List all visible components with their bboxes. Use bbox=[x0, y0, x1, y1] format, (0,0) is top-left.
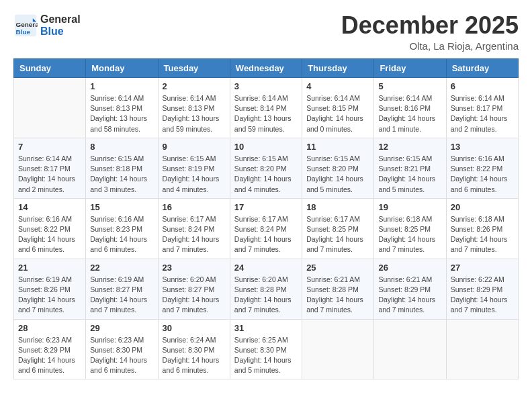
day-number: 9 bbox=[163, 142, 226, 152]
column-header-tuesday: Tuesday bbox=[158, 59, 230, 78]
calendar-cell: 3Sunrise: 6:14 AM Sunset: 8:14 PM Daylig… bbox=[230, 78, 302, 138]
day-number: 16 bbox=[163, 202, 226, 212]
calendar-week-row: 21Sunrise: 6:19 AM Sunset: 8:26 PM Dayli… bbox=[14, 259, 519, 319]
title-block: December 2025 Olta, La Rioja, Argentina bbox=[341, 13, 519, 52]
day-number: 6 bbox=[451, 81, 514, 91]
column-header-sunday: Sunday bbox=[14, 59, 86, 78]
day-number: 2 bbox=[163, 81, 226, 91]
day-number: 28 bbox=[18, 323, 81, 333]
calendar-table: SundayMondayTuesdayWednesdayThursdayFrid… bbox=[13, 58, 519, 379]
day-number: 22 bbox=[90, 263, 153, 273]
day-info: Sunrise: 6:18 AM Sunset: 8:25 PM Dayligh… bbox=[378, 214, 441, 255]
calendar-cell: 1Sunrise: 6:14 AM Sunset: 8:13 PM Daylig… bbox=[86, 78, 158, 138]
calendar-cell: 12Sunrise: 6:15 AM Sunset: 8:21 PM Dayli… bbox=[374, 138, 446, 198]
calendar-cell: 4Sunrise: 6:14 AM Sunset: 8:15 PM Daylig… bbox=[302, 78, 374, 138]
location-subtitle: Olta, La Rioja, Argentina bbox=[341, 40, 519, 52]
day-info: Sunrise: 6:18 AM Sunset: 8:26 PM Dayligh… bbox=[451, 214, 514, 255]
day-info: Sunrise: 6:15 AM Sunset: 8:18 PM Dayligh… bbox=[90, 154, 153, 195]
logo-blue: Blue bbox=[40, 26, 81, 38]
day-info: Sunrise: 6:23 AM Sunset: 8:29 PM Dayligh… bbox=[18, 335, 81, 376]
day-info: Sunrise: 6:16 AM Sunset: 8:23 PM Dayligh… bbox=[90, 214, 153, 255]
day-number: 26 bbox=[378, 263, 441, 273]
day-info: Sunrise: 6:25 AM Sunset: 8:30 PM Dayligh… bbox=[234, 335, 298, 376]
day-info: Sunrise: 6:22 AM Sunset: 8:29 PM Dayligh… bbox=[451, 275, 514, 316]
day-number: 5 bbox=[378, 81, 441, 91]
calendar-cell bbox=[446, 319, 518, 379]
day-number: 14 bbox=[18, 202, 81, 212]
day-number: 17 bbox=[234, 202, 298, 212]
day-number: 20 bbox=[451, 202, 514, 212]
calendar-cell: 6Sunrise: 6:14 AM Sunset: 8:17 PM Daylig… bbox=[446, 78, 518, 138]
calendar-cell: 5Sunrise: 6:14 AM Sunset: 8:16 PM Daylig… bbox=[374, 78, 446, 138]
day-number: 7 bbox=[18, 142, 81, 152]
calendar-cell bbox=[302, 319, 374, 379]
day-number: 13 bbox=[451, 142, 514, 152]
calendar-cell: 22Sunrise: 6:19 AM Sunset: 8:27 PM Dayli… bbox=[86, 259, 158, 319]
calendar-cell: 11Sunrise: 6:15 AM Sunset: 8:20 PM Dayli… bbox=[302, 138, 374, 198]
column-header-saturday: Saturday bbox=[446, 59, 518, 78]
day-info: Sunrise: 6:23 AM Sunset: 8:30 PM Dayligh… bbox=[90, 335, 153, 376]
day-info: Sunrise: 6:16 AM Sunset: 8:22 PM Dayligh… bbox=[451, 154, 514, 195]
day-number: 23 bbox=[163, 263, 226, 273]
day-number: 4 bbox=[306, 81, 369, 91]
calendar-cell: 8Sunrise: 6:15 AM Sunset: 8:18 PM Daylig… bbox=[86, 138, 158, 198]
calendar-cell: 17Sunrise: 6:17 AM Sunset: 8:24 PM Dayli… bbox=[230, 198, 302, 259]
column-header-wednesday: Wednesday bbox=[230, 59, 302, 78]
calendar-cell bbox=[374, 319, 446, 379]
day-number: 8 bbox=[90, 142, 153, 152]
day-info: Sunrise: 6:21 AM Sunset: 8:29 PM Dayligh… bbox=[378, 275, 441, 316]
calendar-cell: 13Sunrise: 6:16 AM Sunset: 8:22 PM Dayli… bbox=[446, 138, 518, 198]
day-info: Sunrise: 6:17 AM Sunset: 8:25 PM Dayligh… bbox=[306, 214, 369, 255]
calendar-cell: 18Sunrise: 6:17 AM Sunset: 8:25 PM Dayli… bbox=[302, 198, 374, 259]
calendar-cell: 15Sunrise: 6:16 AM Sunset: 8:23 PM Dayli… bbox=[86, 198, 158, 259]
day-info: Sunrise: 6:14 AM Sunset: 8:17 PM Dayligh… bbox=[451, 93, 514, 134]
calendar-cell: 27Sunrise: 6:22 AM Sunset: 8:29 PM Dayli… bbox=[446, 259, 518, 319]
calendar-week-row: 1Sunrise: 6:14 AM Sunset: 8:13 PM Daylig… bbox=[14, 78, 519, 138]
day-number: 21 bbox=[18, 263, 81, 273]
day-info: Sunrise: 6:14 AM Sunset: 8:14 PM Dayligh… bbox=[234, 93, 298, 134]
day-number: 24 bbox=[234, 263, 298, 273]
calendar-cell: 7Sunrise: 6:14 AM Sunset: 8:17 PM Daylig… bbox=[14, 138, 86, 198]
calendar-cell: 2Sunrise: 6:14 AM Sunset: 8:13 PM Daylig… bbox=[158, 78, 230, 138]
day-info: Sunrise: 6:16 AM Sunset: 8:22 PM Dayligh… bbox=[18, 214, 81, 255]
calendar-week-row: 7Sunrise: 6:14 AM Sunset: 8:17 PM Daylig… bbox=[14, 138, 519, 198]
day-number: 15 bbox=[90, 202, 153, 212]
day-info: Sunrise: 6:14 AM Sunset: 8:16 PM Dayligh… bbox=[378, 93, 441, 134]
day-number: 1 bbox=[90, 81, 153, 91]
calendar-cell: 31Sunrise: 6:25 AM Sunset: 8:30 PM Dayli… bbox=[230, 319, 302, 379]
day-number: 29 bbox=[90, 323, 153, 333]
day-number: 19 bbox=[378, 202, 441, 212]
calendar-cell: 29Sunrise: 6:23 AM Sunset: 8:30 PM Dayli… bbox=[86, 319, 158, 379]
calendar-cell: 28Sunrise: 6:23 AM Sunset: 8:29 PM Dayli… bbox=[14, 319, 86, 379]
day-number: 3 bbox=[234, 81, 298, 91]
calendar-cell: 24Sunrise: 6:20 AM Sunset: 8:28 PM Dayli… bbox=[230, 259, 302, 319]
day-info: Sunrise: 6:19 AM Sunset: 8:27 PM Dayligh… bbox=[90, 275, 153, 316]
calendar-cell: 19Sunrise: 6:18 AM Sunset: 8:25 PM Dayli… bbox=[374, 198, 446, 259]
day-number: 25 bbox=[306, 263, 369, 273]
day-info: Sunrise: 6:20 AM Sunset: 8:28 PM Dayligh… bbox=[234, 275, 298, 316]
day-info: Sunrise: 6:20 AM Sunset: 8:27 PM Dayligh… bbox=[163, 275, 226, 316]
calendar-cell: 20Sunrise: 6:18 AM Sunset: 8:26 PM Dayli… bbox=[446, 198, 518, 259]
calendar-week-row: 28Sunrise: 6:23 AM Sunset: 8:29 PM Dayli… bbox=[14, 319, 519, 379]
day-info: Sunrise: 6:17 AM Sunset: 8:24 PM Dayligh… bbox=[234, 214, 298, 255]
calendar-cell: 10Sunrise: 6:15 AM Sunset: 8:20 PM Dayli… bbox=[230, 138, 302, 198]
day-number: 12 bbox=[378, 142, 441, 152]
day-number: 18 bbox=[306, 202, 369, 212]
day-number: 10 bbox=[234, 142, 298, 152]
day-info: Sunrise: 6:14 AM Sunset: 8:15 PM Dayligh… bbox=[306, 93, 369, 134]
day-number: 30 bbox=[163, 323, 226, 333]
column-header-thursday: Thursday bbox=[302, 59, 374, 78]
calendar-cell: 23Sunrise: 6:20 AM Sunset: 8:27 PM Dayli… bbox=[158, 259, 230, 319]
calendar-week-row: 14Sunrise: 6:16 AM Sunset: 8:22 PM Dayli… bbox=[14, 198, 519, 259]
day-info: Sunrise: 6:14 AM Sunset: 8:17 PM Dayligh… bbox=[18, 154, 81, 195]
day-info: Sunrise: 6:21 AM Sunset: 8:28 PM Dayligh… bbox=[306, 275, 369, 316]
calendar-cell: 26Sunrise: 6:21 AM Sunset: 8:29 PM Dayli… bbox=[374, 259, 446, 319]
logo-general: General bbox=[40, 13, 81, 26]
day-number: 31 bbox=[234, 323, 298, 333]
day-info: Sunrise: 6:15 AM Sunset: 8:21 PM Dayligh… bbox=[378, 154, 441, 195]
day-number: 27 bbox=[451, 263, 514, 273]
day-info: Sunrise: 6:24 AM Sunset: 8:30 PM Dayligh… bbox=[163, 335, 226, 376]
logo-icon: General Blue bbox=[13, 13, 38, 38]
calendar-cell: 9Sunrise: 6:15 AM Sunset: 8:19 PM Daylig… bbox=[158, 138, 230, 198]
logo: General Blue General Blue bbox=[13, 13, 81, 38]
